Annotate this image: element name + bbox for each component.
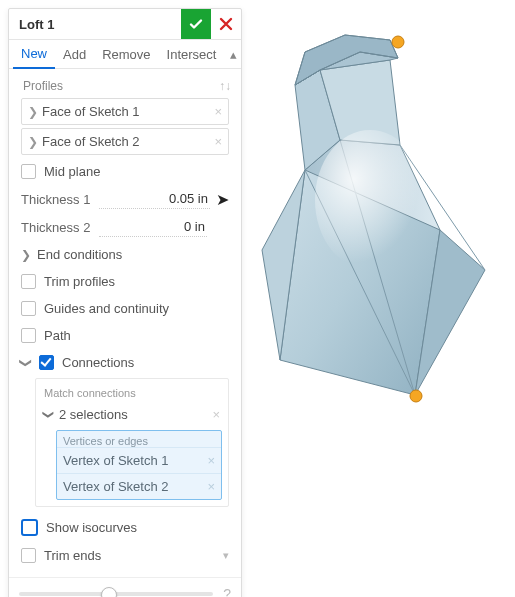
checkbox-icon [21, 519, 38, 536]
reorder-icon[interactable]: ↑↓ [219, 79, 231, 93]
svg-point-12 [315, 130, 425, 270]
help-icon[interactable]: ? [223, 586, 231, 597]
vertices-selection-box: Vertices or edges Vertex of Sketch 1 × V… [56, 430, 222, 500]
end-conditions-expander[interactable]: ❯ End conditions [17, 241, 233, 268]
profile-item[interactable]: ❯ Face of Sketch 1 × [21, 98, 229, 125]
close-icon [219, 17, 233, 31]
option-label: Connections [62, 355, 134, 370]
selections-count: 2 selections [59, 407, 128, 422]
tab-add[interactable]: Add [55, 41, 94, 68]
option-label: End conditions [37, 247, 122, 262]
profile-item-label: Face of Sketch 1 [42, 104, 140, 119]
chevron-right-icon: ❯ [28, 105, 38, 119]
checkbox-icon [21, 328, 36, 343]
slider-knob[interactable] [101, 587, 117, 597]
chevron-right-icon: ❯ [21, 248, 31, 262]
field-value[interactable]: 0 in [99, 217, 207, 237]
selection-item-label: Vertex of Sketch 1 [63, 453, 169, 468]
trim-ends-option[interactable]: Trim ends ▾ [17, 542, 233, 569]
clear-selections-icon[interactable]: × [212, 407, 220, 422]
connections-expander[interactable]: ❯ Connections [17, 349, 233, 376]
mid-plane-option[interactable]: Mid plane [17, 158, 233, 185]
remove-selection-icon[interactable]: × [207, 479, 215, 494]
profiles-label: Profiles ↑↓ [17, 73, 233, 95]
option-label: Mid plane [44, 164, 100, 179]
selections-expander[interactable]: ❯ 2 selections × [42, 403, 222, 426]
check-icon [188, 16, 204, 32]
handle-bottom[interactable] [410, 390, 422, 402]
tab-remove[interactable]: Remove [94, 41, 158, 68]
match-connections-group: Match connections ❯ 2 selections × Verti… [35, 378, 229, 507]
remove-selection-icon[interactable]: × [207, 453, 215, 468]
checkbox-icon [21, 274, 36, 289]
scroll-up-icon[interactable]: ▴ [224, 43, 243, 66]
selection-item[interactable]: Vertex of Sketch 2 × [57, 473, 221, 499]
thickness2-field[interactable]: Thickness 2 0 in [17, 213, 233, 241]
checkbox-icon [21, 164, 36, 179]
chevron-down-icon: ❯ [42, 410, 55, 419]
profile-item[interactable]: ❯ Face of Sketch 2 × [21, 128, 229, 155]
confirm-button[interactable] [181, 9, 211, 39]
remove-profile-icon[interactable]: × [214, 104, 222, 119]
opacity-slider[interactable] [19, 592, 213, 596]
tab-intersect[interactable]: Intersect [159, 41, 225, 68]
checkbox-icon [21, 548, 36, 563]
field-label: Thickness 2 [21, 220, 99, 235]
dialog-footer: ? [9, 577, 241, 597]
boolean-tabs: New Add Remove Intersect ▴ [9, 40, 241, 69]
trim-profiles-option[interactable]: Trim profiles [17, 268, 233, 295]
chevron-down-icon: ❯ [19, 358, 33, 368]
handle-top[interactable] [392, 36, 404, 48]
path-option[interactable]: Path [17, 322, 233, 349]
option-label: Show isocurves [46, 520, 137, 535]
option-label: Path [44, 328, 71, 343]
chevron-right-icon: ❯ [28, 135, 38, 149]
selection-item[interactable]: Vertex of Sketch 1 × [57, 447, 221, 473]
scroll-down-icon[interactable]: ▾ [223, 549, 229, 562]
option-label: Trim profiles [44, 274, 115, 289]
loft-dialog: Loft 1 New Add Remove Intersect ▴ Profil… [8, 8, 242, 597]
checkbox-icon [21, 301, 36, 316]
option-label: Guides and continuity [44, 301, 169, 316]
viewport-3d[interactable] [250, 0, 512, 597]
selection-item-label: Vertex of Sketch 2 [63, 479, 169, 494]
dialog-title: Loft 1 [9, 17, 181, 32]
guides-option[interactable]: Guides and continuity [17, 295, 233, 322]
thickness1-field[interactable]: Thickness 1 0.05 in ➤ [17, 185, 233, 213]
field-value[interactable]: 0.05 in [99, 189, 210, 209]
show-isocurves-option[interactable]: Show isocurves [17, 513, 233, 542]
remove-profile-icon[interactable]: × [214, 134, 222, 149]
option-label: Trim ends [44, 548, 101, 563]
profiles-label-text: Profiles [23, 79, 63, 93]
direction-arrow-icon[interactable]: ➤ [216, 190, 229, 209]
tab-new[interactable]: New [13, 40, 55, 69]
group-label: Match connections [42, 385, 222, 403]
field-label: Thickness 1 [21, 192, 99, 207]
profile-item-label: Face of Sketch 2 [42, 134, 140, 149]
checkbox-icon [39, 355, 54, 370]
selection-box-header: Vertices or edges [57, 431, 221, 447]
cancel-button[interactable] [211, 9, 241, 39]
